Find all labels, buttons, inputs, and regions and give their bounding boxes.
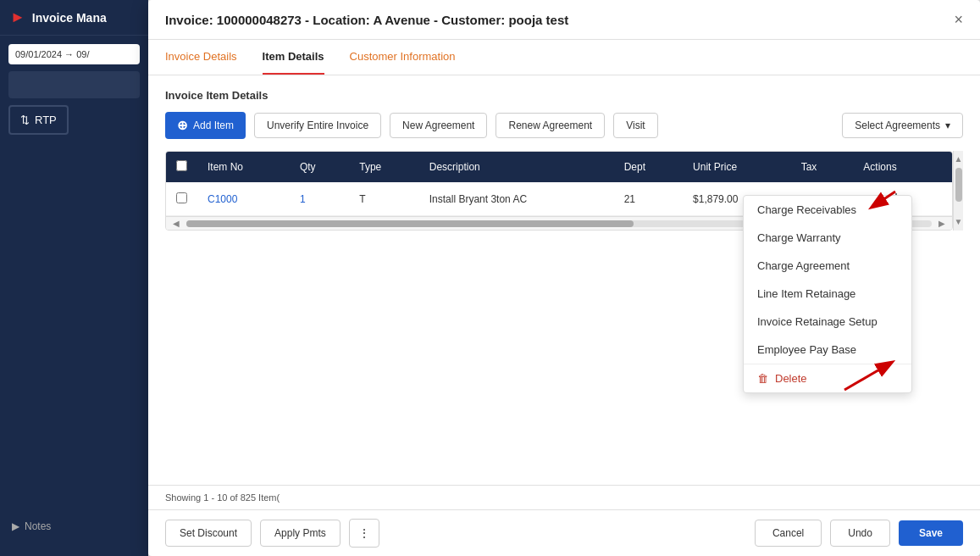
footer-more-button[interactable]: ⋮ <box>349 519 379 548</box>
tab-bar: Invoice Details Item Details Customer In… <box>148 40 980 75</box>
tab-invoice-details[interactable]: Invoice Details <box>165 40 237 75</box>
row-item-no: C1000 <box>197 182 290 216</box>
menu-invoice-retainage-setup[interactable]: Invoice Retainage Setup <box>744 308 911 336</box>
new-agreement-button[interactable]: New Agreement <box>390 113 487 138</box>
set-discount-button[interactable]: Set Discount <box>165 520 252 547</box>
scroll-up-icon[interactable]: ▲ <box>955 153 963 166</box>
visit-button[interactable]: Visit <box>613 113 657 138</box>
rtp-icon: ⇅ <box>20 114 30 126</box>
sidebar-header: ► Invoice Mana <box>0 0 148 36</box>
col-description: Description <box>419 152 614 182</box>
col-type: Type <box>349 152 418 182</box>
sidebar-content: 09/01/2024 → 09/ ⇅ RTP <box>0 36 148 556</box>
col-tax: Tax <box>791 152 854 182</box>
rtp-button[interactable]: ⇅ RTP <box>8 105 69 135</box>
menu-charge-warranty[interactable]: Charge Warranty <box>744 224 911 252</box>
v-scrollbar-thumb[interactable] <box>955 168 962 202</box>
context-menu: Charge Receivables Charge Warranty Charg… <box>743 195 912 393</box>
scroll-right-icon[interactable]: ▶ <box>935 219 949 228</box>
date-range[interactable]: 09/01/2024 → 09/ <box>8 44 140 64</box>
sidebar-title: Invoice Mana <box>32 11 107 25</box>
trash-icon: 🗑 <box>757 372 768 385</box>
menu-charge-receivables[interactable]: Charge Receivables <box>744 196 911 224</box>
modal-title: Invoice: 100000048273 - Location: A Aven… <box>165 13 568 27</box>
h-scrollbar-thumb <box>186 220 634 227</box>
modal-header: Invoice: 100000048273 - Location: A Aven… <box>148 0 980 40</box>
row-qty: 1 <box>290 182 349 216</box>
rtp-label: RTP <box>35 114 57 126</box>
scroll-left-icon[interactable]: ◀ <box>169 219 183 228</box>
menu-employee-pay-base[interactable]: Employee Pay Base <box>744 336 911 364</box>
tab-item-details[interactable]: Item Details <box>263 40 324 75</box>
row-dept: 21 <box>614 182 683 216</box>
chevron-right-icon: ▶ <box>12 520 19 532</box>
row-description: Install Bryant 3ton AC <box>419 182 614 216</box>
renew-agreement-button[interactable]: Renew Agreement <box>496 113 605 138</box>
logo-icon: ► <box>10 8 25 26</box>
toolbar: ⊕ Add Item Unverify Entire Invoice New A… <box>165 112 963 139</box>
menu-charge-agreement[interactable]: Charge Agreement <box>744 252 911 280</box>
col-qty: Qty <box>290 152 349 182</box>
col-dept: Dept <box>614 152 683 182</box>
select-all-checkbox[interactable] <box>176 160 187 171</box>
close-button[interactable]: × <box>954 12 963 27</box>
col-unit-price: Unit Price <box>683 152 791 182</box>
col-actions: Actions <box>853 152 952 182</box>
row-checkbox-cell[interactable] <box>166 182 197 216</box>
scroll-down-icon[interactable]: ▼ <box>955 215 963 229</box>
main-area: Invoice: 100000048273 - Location: A Aven… <box>148 0 980 556</box>
plus-icon: ⊕ <box>177 118 188 133</box>
save-button[interactable]: Save <box>899 520 963 546</box>
status-text: Showing 1 - 10 of 825 Item( <box>165 492 280 503</box>
menu-delete[interactable]: 🗑 Delete <box>744 364 911 392</box>
chevron-down-icon: ▾ <box>945 120 950 131</box>
section-title: Invoice Item Details <box>165 89 963 102</box>
tab-customer-information[interactable]: Customer Information <box>350 40 456 75</box>
row-type: T <box>349 182 418 216</box>
sidebar: ► Invoice Mana 09/01/2024 → 09/ ⇅ RTP ▶ … <box>0 0 148 556</box>
undo-button[interactable]: Undo <box>830 520 890 547</box>
unverify-button[interactable]: Unverify Entire Invoice <box>254 113 381 138</box>
row-checkbox[interactable] <box>176 192 187 203</box>
status-bar: Showing 1 - 10 of 825 Item( <box>148 485 980 509</box>
apply-pmts-button[interactable]: Apply Pmts <box>260 520 341 547</box>
col-item-no: Item No <box>197 152 290 182</box>
select-agreements-button[interactable]: Select Agreements ▾ <box>842 113 963 138</box>
menu-line-item-retainage[interactable]: Line Item Retainage <box>744 280 911 308</box>
sidebar-item-notes[interactable]: ▶ Notes <box>8 514 54 539</box>
modal-footer: Set Discount Apply Pmts ⋮ Cancel Undo Sa… <box>148 509 980 556</box>
notes-label: Notes <box>25 520 51 532</box>
sidebar-filter-input[interactable] <box>8 71 140 98</box>
v-scrollbar: ▲ ▼ <box>953 151 963 231</box>
col-checkbox[interactable] <box>166 152 197 182</box>
add-item-button[interactable]: ⊕ Add Item <box>165 112 246 139</box>
modal: Invoice: 100000048273 - Location: A Aven… <box>148 0 980 556</box>
cancel-button[interactable]: Cancel <box>755 520 822 547</box>
